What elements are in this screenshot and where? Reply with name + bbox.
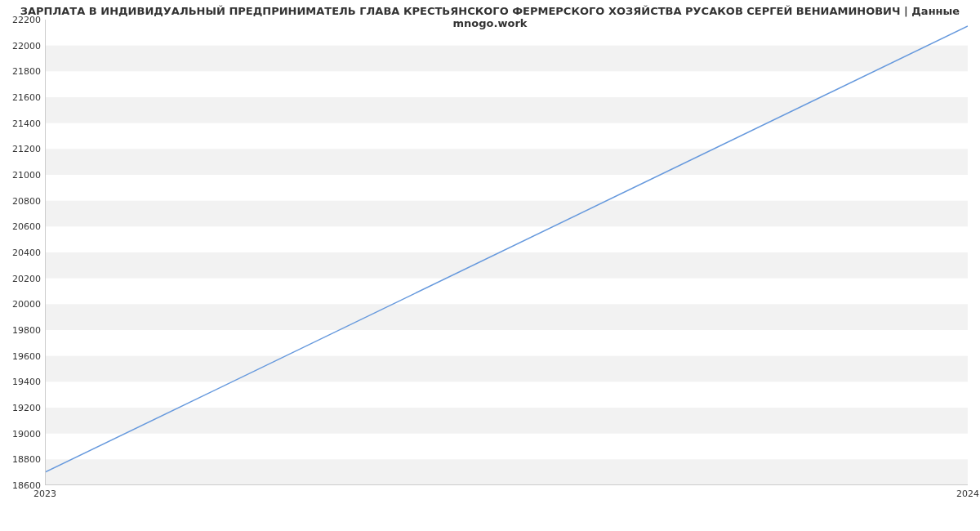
y-tick-label: 19600 xyxy=(4,350,41,361)
y-tick-label: 22200 xyxy=(4,15,41,25)
y-tick-label: 20600 xyxy=(4,221,41,232)
y-tick-label: 19200 xyxy=(4,403,41,413)
y-tick-label: 22000 xyxy=(4,40,41,51)
y-tick-label: 20200 xyxy=(4,273,41,283)
y-tick-label: 21800 xyxy=(4,66,41,77)
y-tick-label: 21200 xyxy=(4,144,41,154)
y-tick-label: 19400 xyxy=(4,377,41,387)
plot-area xyxy=(45,20,968,485)
y-tick-label: 19800 xyxy=(4,325,41,336)
y-tick-label: 21600 xyxy=(4,92,41,103)
y-tick-label: 21400 xyxy=(4,118,41,128)
y-tick-label: 19000 xyxy=(4,428,41,439)
chart-container: ЗАРПЛАТА В ИНДИВИДУАЛЬНЫЙ ПРЕДПРИНИМАТЕЛ… xyxy=(0,0,980,531)
y-tick-label: 20400 xyxy=(4,248,41,258)
x-tick-label: 2023 xyxy=(33,489,56,499)
y-tick-label: 18800 xyxy=(4,454,41,465)
y-tick-label: 21000 xyxy=(4,170,41,181)
y-tick-label: 20800 xyxy=(4,195,41,206)
y-tick-label: 20000 xyxy=(4,299,41,310)
x-tick-label: 2024 xyxy=(956,489,979,499)
